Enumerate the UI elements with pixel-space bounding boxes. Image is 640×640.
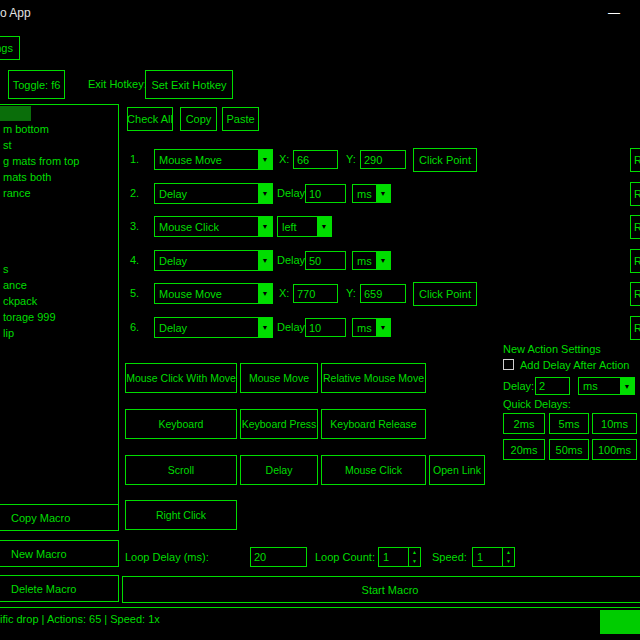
add-mouse-click-with-move-button[interactable]: Mouse Click With Move	[125, 363, 237, 393]
remove-action-button[interactable]: R	[630, 282, 640, 306]
button-label: 10ms	[601, 418, 628, 430]
button-label: 5ms	[559, 418, 580, 430]
check-all-label: Check All	[127, 113, 173, 125]
delay-unit-select[interactable]: ms ▼	[352, 184, 391, 203]
action-type-value: Mouse Move	[155, 154, 258, 166]
add-keyboard-press-button[interactable]: Keyboard Press	[240, 409, 318, 439]
copy-macro-button[interactable]: Copy Macro	[0, 504, 119, 531]
toggle-hotkey-button[interactable]: Toggle: f6	[8, 70, 65, 99]
quick-delay-100ms-button[interactable]: 100ms	[592, 439, 637, 460]
add-open-link-button[interactable]: Open Link	[429, 455, 485, 485]
action-type-select[interactable]: Mouse Click ▼	[154, 216, 273, 237]
remove-action-button[interactable]: R	[630, 182, 640, 206]
add-keyboard-button[interactable]: Keyboard	[125, 409, 237, 439]
copy-actions-button[interactable]: Copy	[180, 107, 217, 131]
chevron-down-icon: ▼	[376, 185, 390, 202]
macro-list-item[interactable]: g mats from top	[0, 153, 118, 169]
macro-list-item[interactable]: m bottom	[0, 121, 118, 137]
add-right-click-button[interactable]: Right Click	[125, 500, 237, 530]
macro-list-item[interactable]: ckpack	[0, 293, 118, 309]
add-scroll-button[interactable]: Scroll	[125, 455, 237, 485]
macro-list[interactable]: m bottom st g mats from top mats both ra…	[0, 104, 119, 505]
add-delay-button[interactable]: Delay	[240, 455, 318, 485]
click-point-button[interactable]: Click Point	[413, 282, 477, 306]
action-type-select[interactable]: Mouse Move ▼	[154, 283, 273, 304]
start-macro-button[interactable]: Start Macro	[122, 576, 640, 603]
step-down-icon[interactable]: ▼	[503, 557, 514, 566]
new-macro-button[interactable]: New Macro	[0, 540, 119, 567]
quick-delay-50ms-button[interactable]: 50ms	[549, 439, 589, 460]
chevron-down-icon: ▼	[620, 378, 634, 394]
delay-input[interactable]	[305, 184, 346, 203]
macro-list-selected-item[interactable]	[0, 106, 31, 121]
chevron-down-icon: ▼	[258, 318, 272, 337]
delay-input[interactable]	[305, 318, 346, 337]
speed-label: Speed:	[432, 551, 467, 563]
quick-delay-5ms-button[interactable]: 5ms	[549, 413, 589, 434]
stepper-arrows[interactable]: ▲▼	[502, 548, 514, 566]
macro-list-item[interactable]: rance	[0, 185, 118, 201]
quick-delay-2ms-button[interactable]: 2ms	[503, 413, 545, 434]
macro-list-item[interactable]: ance	[0, 277, 118, 293]
paste-actions-button[interactable]: Paste	[222, 107, 259, 131]
add-mouse-click-button[interactable]: Mouse Click	[321, 455, 426, 485]
remove-action-button[interactable]: R	[630, 316, 640, 340]
button-label: 50ms	[556, 444, 583, 456]
loop-count-stepper[interactable]: ▲▼	[378, 547, 421, 567]
add-keyboard-release-button[interactable]: Keyboard Release	[321, 409, 426, 439]
y-input[interactable]	[360, 284, 406, 303]
chevron-down-icon: ▼	[258, 184, 272, 203]
loop-count-value[interactable]	[379, 548, 408, 566]
stepper-arrows[interactable]: ▲▼	[408, 548, 420, 566]
menu-tab-settings[interactable]: ngs	[0, 36, 20, 60]
mouse-button-select[interactable]: left ▼	[277, 216, 332, 237]
macro-list-item[interactable]: st	[0, 137, 118, 153]
quick-delay-10ms-button[interactable]: 10ms	[592, 413, 637, 434]
loop-count-label: Loop Count:	[315, 551, 375, 563]
remove-action-button[interactable]: R	[630, 215, 640, 239]
add-delay-after-action-label: Add Delay After Action	[520, 359, 629, 371]
delete-macro-button[interactable]: Delete Macro	[0, 575, 119, 602]
delay-input[interactable]	[305, 251, 346, 270]
speed-stepper[interactable]: ▲▼	[472, 547, 515, 567]
macro-list-item[interactable]: s	[0, 261, 118, 277]
settings-delay-unit-select[interactable]: ms ▼	[578, 377, 635, 395]
minimize-button[interactable]: —	[594, 0, 634, 26]
action-type-select[interactable]: Delay ▼	[154, 317, 273, 338]
add-mouse-move-button[interactable]: Mouse Move	[240, 363, 318, 393]
add-delay-after-action-checkbox[interactable]	[503, 359, 514, 370]
macro-list-item[interactable]: mats both	[0, 169, 118, 185]
action-type-select[interactable]: Delay ▼	[154, 183, 273, 204]
check-all-button[interactable]: Check All	[127, 107, 173, 131]
loop-delay-label: Loop Delay (ms):	[125, 551, 209, 563]
step-down-icon[interactable]: ▼	[409, 557, 420, 566]
action-row-number: 5.	[130, 287, 139, 299]
macro-list-item[interactable]: torage 999	[0, 309, 118, 325]
remove-label: R	[634, 154, 640, 166]
delay-unit-select[interactable]: ms ▼	[352, 251, 391, 270]
delay-label: Delay	[277, 187, 305, 199]
macro-list-item[interactable]: lip	[0, 325, 118, 341]
settings-delay-input[interactable]	[535, 377, 570, 395]
action-type-select[interactable]: Mouse Move ▼	[154, 149, 273, 170]
y-input[interactable]	[360, 150, 406, 169]
chevron-down-icon: ▼	[258, 284, 272, 303]
delay-unit-select[interactable]: ms ▼	[352, 318, 391, 337]
settings-delay-unit-value: ms	[579, 380, 620, 392]
x-input[interactable]	[293, 150, 338, 169]
set-exit-hotkey-button[interactable]: Set Exit Hotkey	[145, 70, 233, 99]
add-relative-mouse-move-button[interactable]: Relative Mouse Move	[321, 363, 426, 393]
button-label: Mouse Click With Move	[126, 372, 236, 384]
x-input[interactable]	[293, 284, 338, 303]
remove-action-button[interactable]: R	[630, 249, 640, 273]
action-type-select[interactable]: Delay ▼	[154, 250, 273, 271]
loop-delay-input[interactable]	[250, 547, 307, 567]
action-type-value: Mouse Move	[155, 288, 258, 300]
click-point-button[interactable]: Click Point	[413, 148, 477, 172]
step-up-icon[interactable]: ▲	[503, 548, 514, 557]
step-up-icon[interactable]: ▲	[409, 548, 420, 557]
remove-action-button[interactable]: R	[630, 148, 640, 172]
button-label: Mouse Move	[249, 372, 309, 384]
speed-value[interactable]	[473, 548, 502, 566]
quick-delay-20ms-button[interactable]: 20ms	[503, 439, 545, 460]
